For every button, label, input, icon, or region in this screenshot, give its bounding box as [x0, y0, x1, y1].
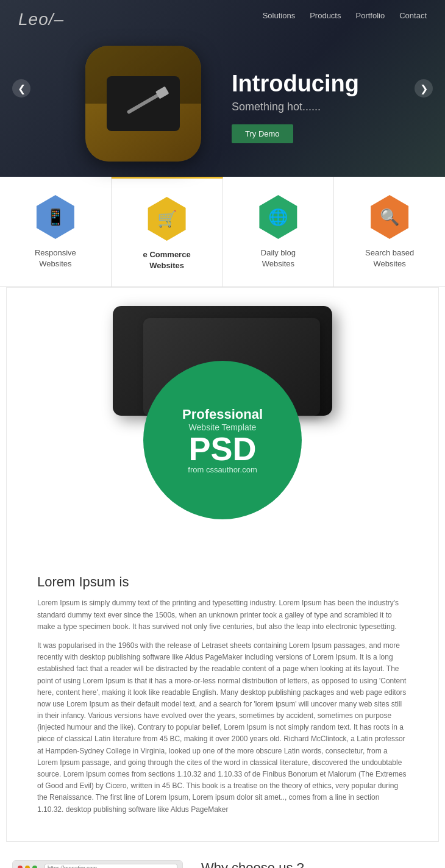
why-section: https://meoatior.com Metro 13 Active Pen…	[0, 842, 445, 868]
close-dot	[18, 866, 23, 868]
url-bar[interactable]: https://meoatior.com	[44, 864, 177, 868]
why-title: Why choose us ?	[201, 860, 433, 868]
promo-psd: PSD	[188, 432, 256, 465]
features-row: 📱 Responsive Websites 🛒 e Commerce Websi…	[0, 177, 445, 287]
feature-blog[interactable]: 🌐 Daily blog Websites	[223, 177, 335, 286]
promo-circle: Professional Website Template PSD from c…	[143, 361, 302, 519]
why-content: Why choose us ? ✔ Lorem Ipsum is simply …	[201, 860, 433, 868]
hexagon-responsive: 📱	[34, 195, 77, 239]
feature-responsive[interactable]: 📱 Responsive Websites	[0, 177, 112, 286]
product-section: Professional Website Template PSD from c…	[6, 287, 439, 841]
feature-search[interactable]: 🔍 Search based Websites	[334, 177, 445, 286]
try-demo-button[interactable]: Try Demo	[232, 124, 293, 143]
lorem-para-2: It was popularised in the 1960s with the…	[37, 640, 408, 816]
nav-products[interactable]: Products	[310, 11, 341, 20]
app-icon-inner	[107, 76, 180, 131]
brush-icon	[127, 93, 160, 114]
lorem-para-1: Lorem Ipsum is simply dummy text of the …	[37, 597, 408, 633]
promo-title: Professional	[182, 407, 263, 422]
hero-content: Introducing Something hot...... Try Demo	[232, 71, 359, 143]
next-arrow[interactable]: ❯	[415, 79, 433, 98]
hero-title: Introducing	[232, 71, 359, 97]
lorem-content: Lorem Ipsum is Lorem Ipsum is simply dum…	[31, 574, 414, 815]
hero-subtitle: Something hot......	[232, 101, 359, 113]
hexagon-blog: 🌐	[256, 195, 300, 239]
feature-label-responsive: Responsive Websites	[35, 247, 76, 269]
feature-ecommerce[interactable]: 🛒 e Commerce Websites	[112, 177, 223, 286]
promo-from: from cssauthor.com	[188, 465, 257, 474]
nav-contact[interactable]: Contact	[399, 11, 427, 20]
nav-portfolio[interactable]: Portfolio	[355, 11, 385, 20]
browser-bar: https://meoatior.com	[13, 861, 182, 868]
responsive-icon: 📱	[46, 208, 65, 227]
nav-solutions[interactable]: Solutions	[263, 11, 295, 20]
search-icon: 🔍	[380, 208, 399, 227]
feature-label-ecommerce: e Commerce Websites	[143, 249, 191, 271]
hero-section: Solutions Products Portfolio Contact Leo…	[0, 0, 445, 177]
ecommerce-icon: 🛒	[157, 210, 177, 229]
lorem-title: Lorem Ipsum is	[37, 574, 408, 590]
navigation: Solutions Products Portfolio Contact	[263, 11, 427, 20]
feature-label-search: Search based Websites	[365, 247, 414, 269]
maximize-dot	[32, 866, 37, 868]
hexagon-ecommerce: 🛒	[145, 197, 189, 241]
dashboard-screenshot: https://meoatior.com Metro 13 Active Pen…	[12, 860, 183, 868]
prev-arrow[interactable]: ❮	[12, 79, 30, 98]
logo[interactable]: Leo/–	[18, 10, 64, 29]
minimize-dot	[25, 866, 30, 868]
product-section-wrapper: Professional Website Template PSD from c…	[0, 287, 445, 841]
blog-icon: 🌐	[268, 208, 288, 227]
feature-label-blog: Daily blog Websites	[261, 247, 296, 269]
app-icon	[85, 46, 201, 162]
hexagon-search: 🔍	[368, 195, 411, 239]
